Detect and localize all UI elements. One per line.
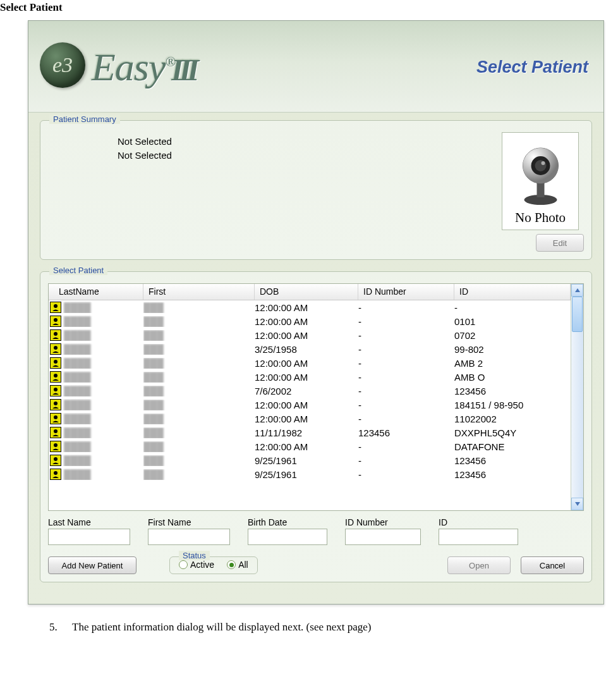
filter-input-id[interactable] <box>439 529 518 545</box>
table-row[interactable]: ███████12:00:00 AM-184151 / 98-950 <box>49 398 571 412</box>
add-new-patient-button[interactable]: Add New Patient <box>48 556 136 574</box>
svg-point-7 <box>535 160 546 171</box>
cell-idnumber: - <box>358 400 454 410</box>
cell-first: ███ <box>143 441 164 452</box>
open-button[interactable]: Open <box>447 556 511 574</box>
patient-summary-group: Patient Summary Not Selected Not Selecte… <box>40 120 592 260</box>
table-row[interactable]: ███████12:00:00 AM-DATAFONE <box>49 439 571 453</box>
cell-dob: 9/25/1961 <box>255 469 358 480</box>
cell-dob: 12:00:00 AM <box>255 414 358 424</box>
cell-first: ███ <box>143 302 164 313</box>
logo-main: Easy <box>92 46 166 89</box>
svg-point-16 <box>54 402 58 405</box>
cell-id: 123456 <box>454 455 571 466</box>
person-icon <box>50 427 61 438</box>
column-header-lastname[interactable]: LastName <box>49 284 143 300</box>
svg-point-9 <box>54 304 58 308</box>
status-radio-all[interactable]: All <box>227 560 248 570</box>
cell-id: 123456 <box>454 469 571 480</box>
cell-lastname: ████ <box>64 386 91 396</box>
table-row[interactable]: ███████12:00:00 AM-AMB 2 <box>49 356 571 370</box>
status-legend: Status <box>179 551 210 560</box>
status-radio-active[interactable]: Active <box>179 560 214 570</box>
status-group: Status Active All <box>169 556 258 574</box>
cell-lastname: ████ <box>64 400 91 410</box>
scrollbar-thumb[interactable] <box>572 297 583 332</box>
cell-dob: 11/11/1982 <box>255 427 358 438</box>
filter-input-birthdate[interactable] <box>248 529 327 545</box>
cell-idnumber: - <box>358 455 454 466</box>
cell-dob: 12:00:00 AM <box>255 316 358 327</box>
cell-lastname: ████ <box>64 344 91 355</box>
table-row[interactable]: ███████12:00:00 AM-11022002 <box>49 412 571 426</box>
cell-idnumber: - <box>358 469 454 480</box>
cell-first: ███ <box>143 344 164 355</box>
column-header-dob[interactable]: DOB <box>255 284 358 300</box>
cell-dob: 9/25/1961 <box>255 455 358 466</box>
person-icon <box>50 357 61 369</box>
scroll-up-button[interactable] <box>571 284 583 297</box>
cell-lastname: ████ <box>64 441 91 452</box>
person-icon <box>50 413 61 424</box>
cell-first: ███ <box>143 358 164 369</box>
cell-lastname: ████ <box>64 469 91 480</box>
cell-dob: 12:00:00 AM <box>255 372 358 383</box>
person-icon <box>50 469 61 480</box>
filter-input-idnumber[interactable] <box>345 529 421 545</box>
cancel-button[interactable]: Cancel <box>521 556 584 574</box>
table-row[interactable]: ███████7/6/2002-123456 <box>49 384 571 398</box>
filter-label-birthdate: Birth Date <box>248 517 327 527</box>
cell-idnumber: - <box>358 441 454 452</box>
patient-summary-info: Not Selected Not Selected <box>48 132 502 163</box>
table-row[interactable]: ███████12:00:00 AM-0702 <box>49 328 571 342</box>
filter-row: Last Name First Name Birth Date ID Numbe… <box>48 517 584 545</box>
filter-input-lastname[interactable] <box>48 529 130 545</box>
table-row[interactable]: ███████12:00:00 AM-0101 <box>49 314 571 328</box>
scrollbar-track[interactable] <box>571 297 583 498</box>
cell-first: ███ <box>143 414 164 424</box>
status-all-label: All <box>238 560 248 570</box>
table-row[interactable]: ███████9/25/1961-123456 <box>49 467 571 481</box>
table-row[interactable]: ███████3/25/1958-99-802 <box>49 342 571 356</box>
svg-point-8 <box>541 161 545 165</box>
person-icon <box>50 371 61 383</box>
radio-icon <box>227 560 236 569</box>
edit-button[interactable]: Edit <box>536 234 584 252</box>
cell-dob: 12:00:00 AM <box>255 358 358 369</box>
logo-suffix: III <box>171 53 195 87</box>
dialog-title: Select Patient <box>476 58 588 77</box>
table-row[interactable]: ███████12:00:00 AM-AMB O <box>49 370 571 384</box>
cell-idnumber: - <box>358 358 454 369</box>
patient-summary-legend: Patient Summary <box>49 114 120 124</box>
cell-id: 184151 / 98-950 <box>454 400 571 410</box>
svg-marker-23 <box>575 502 580 506</box>
listview-header[interactable]: LastName First DOB ID Number ID <box>49 284 571 300</box>
listview-scrollbar[interactable] <box>571 284 583 510</box>
svg-point-21 <box>54 471 58 475</box>
cell-lastname: ████ <box>64 316 91 327</box>
dialog-header: e3 Easy®III Select Patient <box>28 21 603 113</box>
svg-point-17 <box>54 415 58 419</box>
filter-input-firstname[interactable] <box>148 529 230 545</box>
table-row[interactable]: ███████11/11/1982123456DXXPHL5Q4Y <box>49 426 571 439</box>
filter-label-firstname: First Name <box>148 517 230 527</box>
chevron-down-icon <box>574 501 581 507</box>
svg-point-15 <box>54 388 58 391</box>
column-header-first[interactable]: First <box>143 284 255 300</box>
cell-dob: 12:00:00 AM <box>255 441 358 452</box>
svg-point-12 <box>54 346 58 350</box>
cell-lastname: ████ <box>64 302 91 313</box>
cell-first: ███ <box>143 386 164 396</box>
filter-label-id: ID <box>439 517 518 527</box>
column-header-id[interactable]: ID <box>454 284 571 300</box>
column-header-idnumber[interactable]: ID Number <box>358 284 454 300</box>
table-row[interactable]: ███████9/25/1961-123456 <box>49 453 571 467</box>
table-row[interactable]: ███████12:00:00 AM-- <box>49 300 571 314</box>
cell-id: AMB O <box>454 372 571 383</box>
cell-id: DXXPHL5Q4Y <box>454 427 571 438</box>
patient-listview[interactable]: LastName First DOB ID Number ID ███████1… <box>48 283 584 511</box>
person-icon <box>50 455 61 466</box>
scroll-down-button[interactable] <box>571 498 583 510</box>
cell-first: ███ <box>143 330 164 341</box>
cell-first: ███ <box>143 427 164 438</box>
